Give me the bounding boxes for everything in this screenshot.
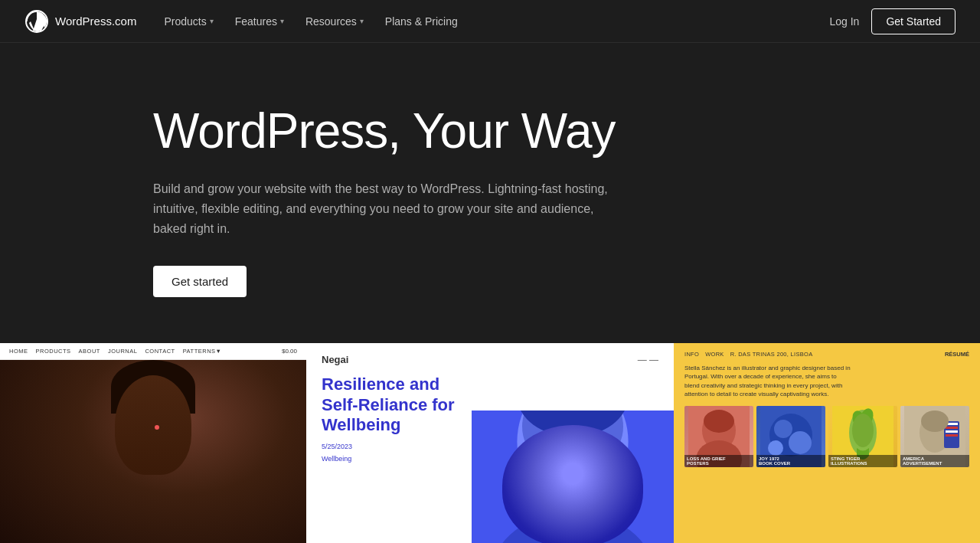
svg-point-31	[921, 411, 949, 432]
features-chevron-icon: ▾	[280, 17, 284, 25]
svg-point-12	[704, 410, 734, 433]
portfolio-grid: LOSS AND GRIEF POSTERS JOY 1972	[684, 406, 969, 467]
resources-chevron-icon: ▾	[360, 17, 364, 25]
portfolio-item-1: LOSS AND GRIEF POSTERS	[684, 406, 753, 467]
nav-actions: Log In Get Started	[829, 8, 956, 34]
left-nav-links: HOME PRODUCTS ABOUT JOURNAL CONTACT PATT…	[9, 348, 221, 355]
nav-item-features[interactable]: Features ▾	[226, 9, 293, 34]
portfolio-label-4: AMERICA ADVERTISEMENT	[900, 455, 969, 467]
svg-point-8	[545, 433, 565, 446]
nav-item-resources[interactable]: Resources ▾	[296, 9, 373, 34]
logo-text: WordPress.com	[55, 15, 136, 28]
portrait-face	[115, 375, 191, 475]
nav-links: Products ▾ Features ▾ Resources ▾ Plans …	[155, 9, 829, 34]
svg-point-9	[580, 433, 599, 446]
right-header-links: INFO WORK R. DAS TRINAS 200, LISBOA	[684, 351, 813, 358]
right-site: INFO WORK R. DAS TRINAS 200, LISBOA RÉSU…	[674, 343, 980, 543]
svg-rect-29	[946, 430, 958, 433]
nav-item-plans[interactable]: Plans & Pricing	[376, 9, 467, 34]
svg-point-23	[852, 414, 874, 447]
portfolio-label-2: JOY 1972 BOOK COVER	[756, 455, 825, 467]
nav-item-products[interactable]: Products ▾	[155, 9, 222, 34]
svg-point-16	[774, 420, 792, 438]
hero-title: WordPress, Your Way	[153, 104, 634, 158]
showcase-row: HOME PRODUCTS ABOUT JOURNAL CONTACT PATT…	[0, 343, 980, 543]
showcase-right: INFO WORK R. DAS TRINAS 200, LISBOA RÉSU…	[674, 343, 980, 543]
hero-subtitle: Build and grow your website with the bes…	[153, 179, 628, 238]
login-link[interactable]: Log In	[829, 15, 859, 28]
portfolio-item-3: STING TIGER ILLUSTRATIONS	[828, 406, 897, 467]
right-resume-label: RÉSUMÉ	[945, 351, 969, 358]
center-site-name: Negai	[322, 354, 348, 365]
left-site-nav: HOME PRODUCTS ABOUT JOURNAL CONTACT PATT…	[0, 343, 306, 360]
svg-rect-2	[472, 411, 674, 543]
left-price: $0.00	[282, 348, 297, 355]
portrait-dot	[155, 425, 159, 430]
portfolio-item-4: AMERICA ADVERTISEMENT	[900, 406, 969, 467]
portfolio-label-1: LOSS AND GRIEF POSTERS	[684, 455, 753, 467]
right-site-bio: Stella Sánchez is an illustrator and gra…	[684, 364, 853, 398]
showcase-left: HOME PRODUCTS ABOUT JOURNAL CONTACT PATT…	[0, 343, 306, 543]
main-nav: WordPress.com Products ▾ Features ▾ Reso…	[0, 0, 980, 43]
wordpress-logo-icon	[24, 9, 49, 34]
hero-section: WordPress, Your Way Build and grow your …	[0, 43, 658, 343]
svg-rect-7	[557, 497, 588, 538]
hero-cta-button[interactable]: Get started	[153, 266, 247, 297]
center-menu-icon: — —	[638, 355, 658, 365]
svg-point-1	[31, 13, 36, 21]
left-portrait-image	[0, 360, 306, 543]
svg-point-18	[768, 440, 783, 456]
blog-face-svg	[472, 411, 674, 543]
right-site-header: INFO WORK R. DAS TRINAS 200, LISBOA RÉSU…	[684, 351, 969, 358]
center-site-header: Negai — —	[322, 354, 658, 365]
products-chevron-icon: ▾	[210, 17, 214, 25]
portfolio-item-2: JOY 1972 BOOK COVER	[756, 406, 825, 467]
svg-point-17	[789, 431, 812, 454]
svg-rect-30	[946, 434, 958, 437]
get-started-nav-button[interactable]: Get Started	[871, 8, 956, 34]
nav-logo[interactable]: WordPress.com	[24, 9, 136, 34]
portfolio-label-3: STING TIGER ILLUSTRATIONS	[828, 455, 897, 467]
svg-rect-28	[946, 427, 958, 429]
blog-portrait-bg	[472, 411, 674, 543]
showcase-center: Negai — — Resilience and Self-Reliance f…	[306, 343, 674, 543]
blog-post-title: Resilience and Self-Reliance for Wellbei…	[322, 375, 475, 435]
blog-portrait-image	[472, 411, 674, 543]
